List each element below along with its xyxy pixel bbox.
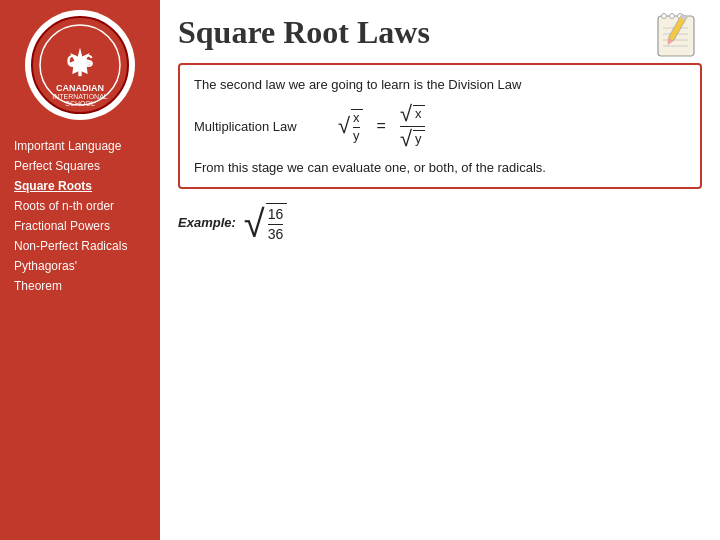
sidebar: CANADIAN INTERNATIONAL SCHOOL CIS Import… (0, 0, 160, 540)
main-content: Square Root Laws The second law we are g… (160, 0, 720, 540)
sidebar-item-theorem[interactable]: Theorem (8, 276, 152, 296)
frac-num-sqrt: √ x (400, 103, 425, 127)
frac-den-sqrt: √ y (400, 127, 425, 150)
sqrt-x: √ x (400, 103, 425, 125)
sidebar-item-square-roots[interactable]: Square Roots (8, 176, 152, 196)
second-text: From this stage we can evaluate one, or … (194, 158, 686, 178)
sqrt-y: √ y (400, 128, 425, 150)
law-label: Multiplication Law (194, 119, 314, 134)
frac-denominator-left: y (353, 128, 360, 143)
page-title: Square Root Laws (178, 14, 702, 51)
sqrt-y-val: y (415, 132, 422, 146)
law-formula: √ x y = √ x (338, 103, 425, 150)
sqrt-content-x: x (413, 105, 425, 121)
sqrt-x-val: x (415, 107, 422, 121)
law-row: Multiplication Law √ x y = (194, 103, 686, 150)
sidebar-item-fractional-powers[interactable]: Fractional Powers (8, 216, 152, 236)
sidebar-item-important-language[interactable]: Important Language (8, 136, 152, 156)
intro-text: The second law we are going to learn is … (194, 75, 686, 95)
sidebar-item-perfect-squares[interactable]: Perfect Squares (8, 156, 152, 176)
sidebar-item-non-perfect[interactable]: Non-Perfect Radicals (8, 236, 152, 256)
svg-text:CIS: CIS (67, 53, 94, 70)
sqrt-symbol-x: √ (400, 103, 412, 125)
svg-point-9 (662, 14, 667, 19)
sidebar-nav: Important Language Perfect Squares Squar… (0, 136, 160, 296)
sqrt-symbol-left: √ (338, 115, 350, 137)
notepad-icon (652, 8, 706, 62)
example-numerator: 16 (268, 206, 284, 225)
example-section: Example: √ 16 36 (178, 203, 702, 243)
example-frac: 16 36 (268, 206, 284, 243)
frac-right: √ x √ y (400, 103, 425, 150)
example-sqrt-content: 16 36 (266, 203, 288, 243)
svg-text:SCHOOL: SCHOOL (65, 100, 95, 107)
content-box: The second law we are going to learn is … (178, 63, 702, 189)
sqrt-symbol-y: √ (400, 128, 412, 150)
cis-logo-icon: CANADIAN INTERNATIONAL SCHOOL CIS (30, 15, 130, 115)
sidebar-item-roots-nth[interactable]: Roots of n-th order (8, 196, 152, 216)
example-sqrt: √ 16 36 (244, 203, 287, 243)
sqrt-content-left: x y (351, 109, 363, 143)
equals-sign: = (377, 117, 386, 135)
frac-left: x y (353, 111, 360, 143)
intro-text-span: The second law we are going to learn is … (194, 77, 521, 92)
svg-text:CANADIAN: CANADIAN (56, 83, 104, 93)
svg-rect-3 (78, 71, 81, 77)
sqrt-fraction-left: √ x y (338, 109, 363, 143)
logo: CANADIAN INTERNATIONAL SCHOOL CIS (25, 10, 135, 120)
example-label: Example: (178, 215, 236, 230)
example-sqrt-symbol: √ (244, 205, 265, 243)
example-denominator: 36 (268, 225, 284, 243)
svg-point-10 (670, 14, 675, 19)
svg-text:INTERNATIONAL: INTERNATIONAL (52, 93, 108, 100)
sidebar-item-pythagoras[interactable]: Pythagoras' (8, 256, 152, 276)
frac-numerator-left: x (353, 111, 360, 127)
sqrt-content-y: y (413, 130, 425, 146)
